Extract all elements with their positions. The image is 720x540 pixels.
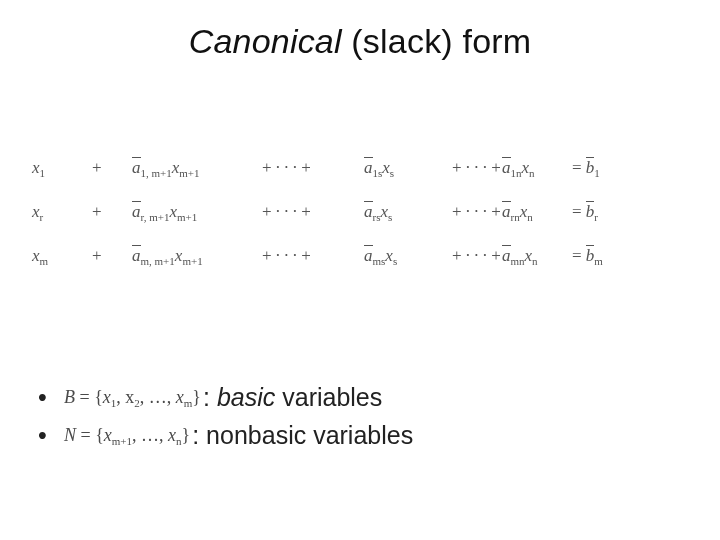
equation-block: x1 + a1, m+1xm+1 + · · · + a1sxs + · · ·… [32,146,688,278]
equation-row-m: xm + am, m+1xm+1 + · · · + amsxs + · · ·… [32,234,688,278]
title-rest: (slack) form [342,22,532,60]
nonbasic-set-expression: N = {xm+1, …, xn} [64,425,190,446]
basic-set-expression: B = {x1, x2, …, xm} [64,387,201,408]
bullet-nonbasic: • N = {xm+1, …, xn} : nonbasic variables [38,416,413,454]
equation-row-1: x1 + a1, m+1xm+1 + · · · + a1sxs + · · ·… [32,146,688,190]
bullet-list: • B = {x1, x2, …, xm} : basic variables … [38,378,413,454]
slide-title: Canonical (slack) form [0,22,720,61]
slide: Canonical (slack) form x1 + a1, m+1xm+1 … [0,0,720,540]
bullet-basic: • B = {x1, x2, …, xm} : basic variables [38,378,413,416]
bullet-dot-icon: • [38,383,64,412]
title-canonical: Canonical [189,22,342,60]
nonbasic-label: : nonbasic variables [192,421,413,450]
basic-label: : basic variables [203,383,382,412]
bullet-dot-icon: • [38,421,64,450]
equation-row-r: xr + ar, m+1xm+1 + · · · + arsxs + · · ·… [32,190,688,234]
